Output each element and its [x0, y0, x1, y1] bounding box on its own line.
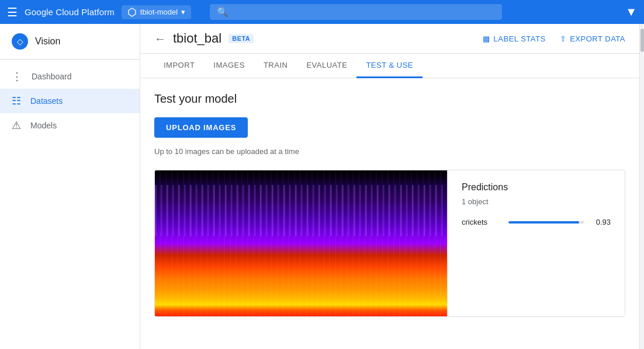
prediction-label: crickets — [462, 218, 503, 226]
content-area: ← tbiot_bal BETA ▩ LABEL STATS ⇧ EXPORT … — [140, 24, 639, 349]
predictions-title: Predictions — [462, 182, 611, 193]
sidebar-item-label: Dashboard — [32, 72, 72, 81]
prediction-bar-container — [508, 221, 584, 224]
content-header: ← tbiot_bal BETA ▩ LABEL STATS ⇧ EXPORT … — [140, 24, 639, 54]
prediction-bar — [508, 221, 579, 224]
sidebar-header: Vision — [0, 24, 140, 60]
topbar: ☰ Google Cloud Platform tbiot-model ▾ 🔍 … — [0, 0, 644, 24]
dataset-title: tbiot_bal — [173, 31, 221, 46]
menu-icon[interactable]: ☰ — [7, 5, 18, 19]
tab-import[interactable]: IMPORT — [154, 54, 204, 78]
export-data-label: EXPORT DATA — [570, 34, 625, 43]
export-icon: ⇧ — [560, 34, 567, 43]
chart-icon: ▩ — [483, 34, 490, 43]
back-button[interactable]: ← — [154, 32, 166, 46]
beta-badge: BETA — [228, 34, 254, 43]
upload-hint: Up to 10 images can be uploaded at a tim… — [154, 147, 625, 156]
svg-marker-0 — [129, 8, 136, 16]
sidebar-item-models[interactable]: ⚠ Models — [0, 113, 140, 138]
tabs: IMPORT IMAGES TRAIN EVALUATE TEST & USE — [140, 54, 639, 78]
tab-images[interactable]: IMAGES — [204, 54, 254, 78]
search-bar[interactable]: 🔍 — [210, 4, 502, 20]
label-stats-button[interactable]: ▩ LABEL STATS — [483, 34, 546, 43]
dashboard-icon: ⋮ — [12, 70, 22, 83]
predictions-panel: Predictions 1 object crickets 0.93 — [447, 170, 625, 316]
sidebar-item-label: Datasets — [30, 96, 63, 106]
tab-train[interactable]: TRAIN — [254, 54, 297, 78]
prediction-score: 0.93 — [590, 218, 611, 226]
upload-images-button[interactable]: UPLOAD IMAGES — [154, 117, 248, 138]
scrollbar[interactable] — [639, 24, 644, 349]
project-selector[interactable]: tbiot-model ▾ — [122, 5, 191, 19]
sidebar-item-label: Models — [30, 121, 57, 130]
section-title: Test your model — [154, 92, 625, 106]
vision-icon — [12, 33, 28, 50]
app-logo: Google Cloud Platform — [25, 7, 115, 17]
datasets-icon: ☷ — [12, 95, 21, 107]
models-icon: ⚠ — [12, 119, 21, 132]
label-stats-label: LABEL STATS — [494, 34, 546, 43]
sidebar-nav: ⋮ Dashboard ☷ Datasets ⚠ Models — [0, 60, 140, 142]
main-content: Test your model UPLOAD IMAGES Up to 10 i… — [140, 78, 639, 349]
sidebar: Vision ⋮ Dashboard ☷ Datasets ⚠ Models — [0, 24, 140, 349]
main-layout: Vision ⋮ Dashboard ☷ Datasets ⚠ Models ←… — [0, 24, 644, 349]
export-data-button[interactable]: ⇧ EXPORT DATA — [560, 34, 625, 43]
topbar-right: ▼ — [625, 5, 637, 19]
uploaded-image — [155, 170, 447, 316]
project-dropdown-icon[interactable]: ▾ — [181, 8, 185, 16]
project-name: tbiot-model — [140, 8, 178, 16]
project-icon — [127, 8, 137, 17]
header-actions: ▩ LABEL STATS ⇧ EXPORT DATA — [483, 34, 625, 43]
sidebar-item-datasets[interactable]: ☷ Datasets — [0, 89, 140, 113]
search-icon: 🔍 — [217, 6, 228, 18]
sidebar-app-title: Vision — [35, 36, 60, 47]
image-predictions-panel: Predictions 1 object crickets 0.93 — [154, 170, 625, 317]
tab-evaluate[interactable]: EVALUATE — [297, 54, 356, 78]
prediction-row: crickets 0.93 — [462, 218, 611, 226]
object-count: 1 object — [462, 197, 611, 206]
apps-icon[interactable]: ▼ — [625, 5, 637, 18]
tab-test-use[interactable]: TEST & USE — [356, 54, 423, 78]
scrollbar-thumb[interactable] — [640, 29, 644, 52]
sidebar-item-dashboard[interactable]: ⋮ Dashboard — [0, 64, 140, 89]
spectrogram-visualization — [155, 170, 447, 316]
